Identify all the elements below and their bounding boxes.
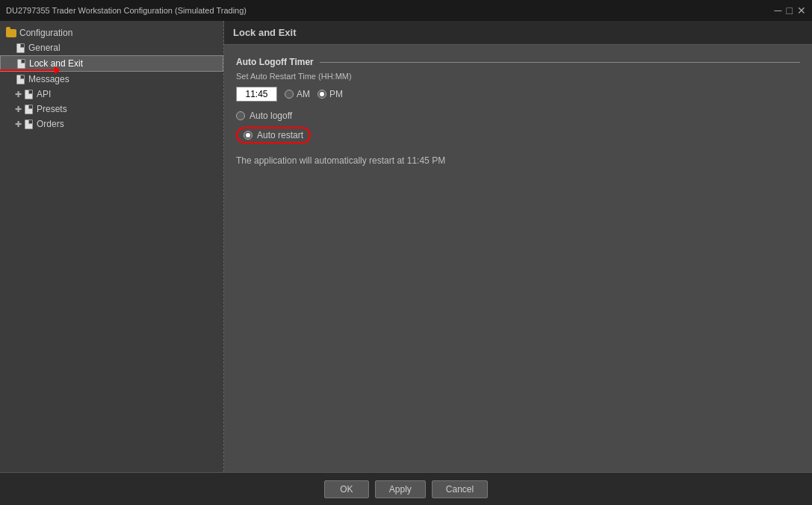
sidebar-item-orders[interactable]: ✚ Orders <box>0 117 223 131</box>
expander-presets[interactable]: ✚ <box>15 105 22 114</box>
auto-logoff-radio[interactable] <box>236 111 245 120</box>
ok-button[interactable]: OK <box>324 480 369 498</box>
pm-label: PM <box>329 89 343 99</box>
auto-logoff-label: Auto logoff <box>250 111 292 121</box>
section-title: Auto Logoff Timer <box>236 57 800 67</box>
page-icon-api <box>23 89 34 99</box>
sidebar: Configuration General Lock and Exit Mess… <box>0 21 224 472</box>
sidebar-item-messages[interactable]: Messages <box>0 72 223 87</box>
page-icon-general <box>15 43 25 53</box>
sidebar-item-configuration[interactable]: Configuration <box>0 25 223 40</box>
time-row: AM PM <box>236 87 800 102</box>
pm-radio[interactable] <box>317 90 326 99</box>
restore-icon[interactable]: □ <box>787 4 793 16</box>
sidebar-item-general[interactable]: General <box>0 40 223 55</box>
page-icon-messages <box>15 74 25 84</box>
sidebar-item-label: API <box>37 89 51 99</box>
sidebar-item-label: General <box>28 43 61 53</box>
sidebar-item-api[interactable]: ✚ API <box>0 87 223 102</box>
sidebar-item-lock-and-exit[interactable]: Lock and Exit <box>0 55 223 72</box>
sidebar-item-label: Messages <box>28 74 69 84</box>
main-container: Configuration General Lock and Exit Mess… <box>0 21 812 472</box>
auto-restart-label: Auto restart <box>257 130 303 140</box>
am-label: AM <box>297 89 310 99</box>
time-input[interactable] <box>236 87 277 102</box>
section-subtitle: Set Auto Restart Time (HH:MM) <box>236 72 800 81</box>
am-radio-label[interactable]: AM <box>285 89 310 99</box>
expander-api[interactable]: ✚ <box>15 90 22 99</box>
sidebar-item-presets[interactable]: ✚ Presets <box>0 102 223 117</box>
auto-restart-highlight: Auto restart <box>236 127 311 143</box>
folder-icon <box>6 28 16 38</box>
cancel-button[interactable]: Cancel <box>432 480 488 498</box>
page-icon-orders <box>23 119 34 129</box>
auto-restart-row: Auto restart <box>236 127 800 143</box>
content-title: Lock and Exit <box>233 27 297 38</box>
sidebar-item-label: Presets <box>37 104 67 114</box>
sidebar-item-label: Configuration <box>19 28 72 38</box>
minimize-icon[interactable]: ─ <box>775 4 782 16</box>
sidebar-item-label: Lock and Exit <box>29 58 83 69</box>
content-body: Auto Logoff Timer Set Auto Restart Time … <box>224 45 812 472</box>
title-bar: DU2797355 Trader Workstation Configurati… <box>0 0 812 21</box>
page-icon-presets <box>23 104 34 114</box>
content-header: Lock and Exit <box>224 21 812 45</box>
apply-button[interactable]: Apply <box>375 480 426 498</box>
page-icon-lock <box>16 58 26 69</box>
sidebar-item-label: Orders <box>37 119 64 129</box>
pm-radio-label[interactable]: PM <box>317 89 343 99</box>
info-text: The application will automatically resta… <box>236 155 800 166</box>
expander-orders[interactable]: ✚ <box>15 120 22 129</box>
close-icon[interactable]: ✕ <box>797 4 806 16</box>
am-radio[interactable] <box>285 90 294 99</box>
auto-restart-radio[interactable] <box>244 131 252 140</box>
bottom-bar: OK Apply Cancel <box>0 472 812 505</box>
window-title: DU2797355 Trader Workstation Configurati… <box>6 6 247 15</box>
auto-logoff-row: Auto logoff <box>236 111 800 121</box>
window-controls: ─ □ ✕ <box>775 4 806 16</box>
content-area: Lock and Exit Auto Logoff Timer Set Auto… <box>224 21 812 472</box>
